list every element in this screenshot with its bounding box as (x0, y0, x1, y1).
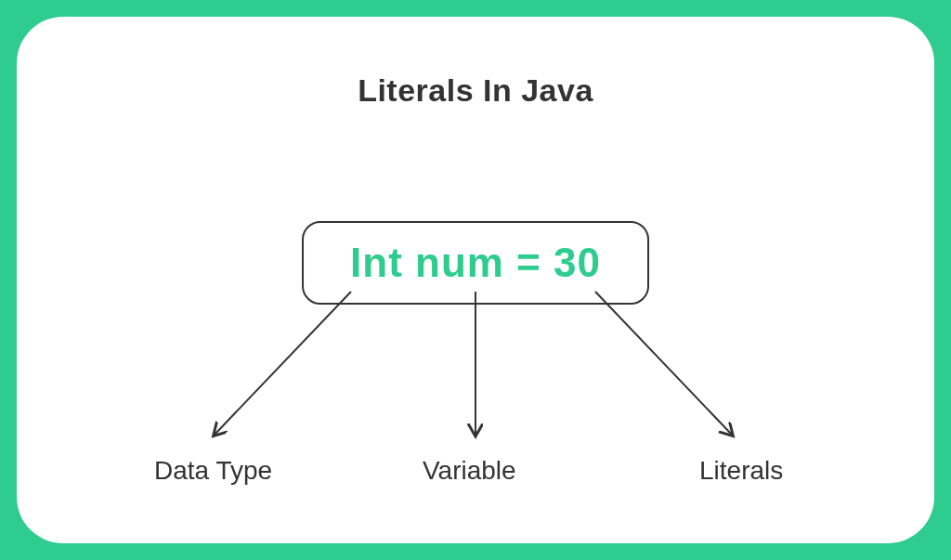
diagram-title: Literals In Java (358, 72, 593, 109)
label-datatype: Data Type (154, 456, 272, 486)
svg-line-2 (595, 292, 732, 435)
code-expression-text: Int num = 30 (350, 240, 601, 285)
label-variable: Variable (423, 456, 516, 486)
svg-line-0 (215, 292, 351, 435)
diagram-inner-frame: Literals In Java Int num = 30 Data Type … (17, 17, 934, 543)
code-expression-box: Int num = 30 (302, 221, 649, 305)
label-literals: Literals (699, 456, 783, 486)
diagram-outer-frame: Literals In Java Int num = 30 Data Type … (0, 0, 951, 560)
